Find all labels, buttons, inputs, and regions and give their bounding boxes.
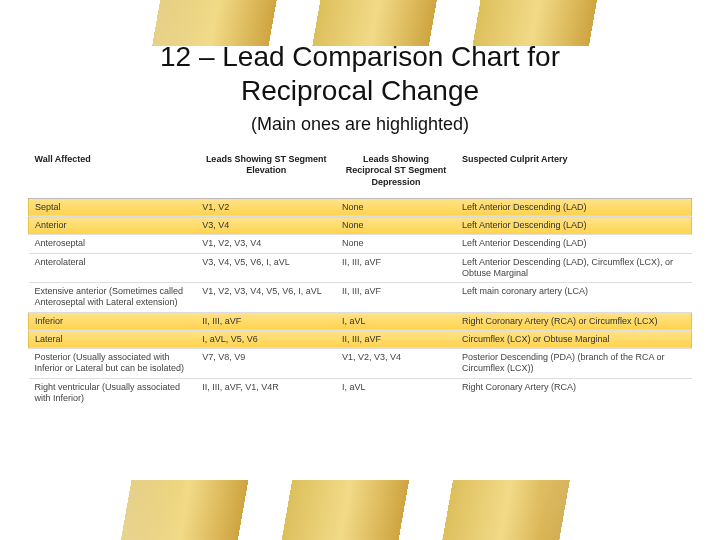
table-row: Extensive anterior (Sometimes called Ant… [29,283,692,313]
table-row: Right ventricular (Usually associated wi… [29,378,692,407]
cell-wall: Lateral [29,330,197,348]
col-wall-affected: Wall Affected [29,150,197,198]
cell-elevation: V1, V2, V3, V4 [196,235,336,253]
col-st-depression: Leads Showing Reciprocal ST Segment Depr… [336,150,456,198]
page-subtitle: (Main ones are highlighted) [0,114,720,135]
cell-depression: I, aVL [336,378,456,407]
comparison-table: Wall Affected Leads Showing ST Segment E… [28,150,692,407]
col-st-elevation: Leads Showing ST Segment Elevation [196,150,336,198]
cell-wall: Anterolateral [29,253,197,283]
table-row: Posterior (Usually associated with Infer… [29,349,692,379]
table-header-row: Wall Affected Leads Showing ST Segment E… [29,150,692,198]
page-title: 12 – Lead Comparison Chart for Reciproca… [0,40,720,107]
cell-wall: Anterior [29,217,197,235]
cell-elevation: I, aVL, V5, V6 [196,330,336,348]
cell-elevation: II, III, aVF, V1, V4R [196,378,336,407]
cell-elevation: V1, V2, V3, V4, V5, V6, I, aVL [196,283,336,313]
cell-artery: Right Coronary Artery (RCA) or Circumfle… [456,312,692,330]
cell-depression: None [336,198,456,216]
title-line-1: 12 – Lead Comparison Chart for [160,41,560,72]
cell-depression: II, III, aVF [336,253,456,283]
cell-artery: Posterior Descending (PDA) (branch of th… [456,349,692,379]
cell-wall: Extensive anterior (Sometimes called Ant… [29,283,197,313]
cell-depression: V1, V2, V3, V4 [336,349,456,379]
cell-artery: Left Anterior Descending (LAD) [456,217,692,235]
cell-artery: Right Coronary Artery (RCA) [456,378,692,407]
slide: 12 – Lead Comparison Chart for Reciproca… [0,0,720,540]
cell-elevation: V3, V4 [196,217,336,235]
table-body: SeptalV1, V2NoneLeft Anterior Descending… [29,198,692,407]
cell-artery: Left Anterior Descending (LAD) [456,235,692,253]
cell-depression: None [336,217,456,235]
cell-elevation: V1, V2 [196,198,336,216]
table-row: AnteriorV3, V4NoneLeft Anterior Descendi… [29,217,692,235]
cell-wall: Septal [29,198,197,216]
table-row: SeptalV1, V2NoneLeft Anterior Descending… [29,198,692,216]
cell-depression: None [336,235,456,253]
cell-depression: I, aVL [336,312,456,330]
cell-depression: II, III, aVF [336,330,456,348]
cell-wall: Posterior (Usually associated with Infer… [29,349,197,379]
cell-wall: Right ventricular (Usually associated wi… [29,378,197,407]
decorative-band-bottom-fade [0,480,720,540]
comparison-table-wrap: Wall Affected Leads Showing ST Segment E… [28,150,692,407]
table-row: AnterolateralV3, V4, V5, V6, I, aVLII, I… [29,253,692,283]
cell-elevation: V3, V4, V5, V6, I, aVL [196,253,336,283]
table-row: InferiorII, III, aVFI, aVLRight Coronary… [29,312,692,330]
cell-depression: II, III, aVF [336,283,456,313]
col-culprit-artery: Suspected Culprit Artery [456,150,692,198]
table-row: LateralI, aVL, V5, V6II, III, aVFCircumf… [29,330,692,348]
cell-artery: Left Anterior Descending (LAD), Circumfl… [456,253,692,283]
cell-elevation: V7, V8, V9 [196,349,336,379]
cell-artery: Left Anterior Descending (LAD) [456,198,692,216]
title-line-2: Reciprocal Change [241,75,479,106]
cell-wall: Anteroseptal [29,235,197,253]
cell-artery: Left main coronary artery (LCA) [456,283,692,313]
cell-artery: Circumflex (LCX) or Obtuse Marginal [456,330,692,348]
cell-wall: Inferior [29,312,197,330]
cell-elevation: II, III, aVF [196,312,336,330]
table-row: AnteroseptalV1, V2, V3, V4NoneLeft Anter… [29,235,692,253]
